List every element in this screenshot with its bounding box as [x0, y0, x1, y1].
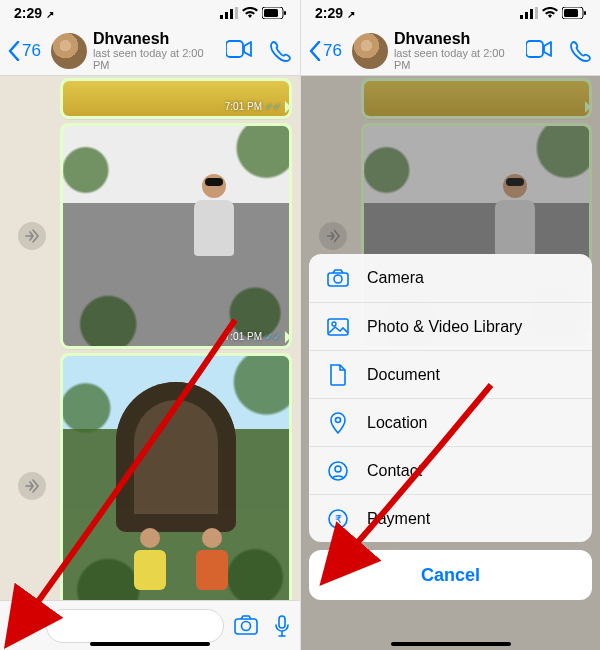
svg-rect-18 — [526, 41, 543, 57]
svg-text:₹: ₹ — [335, 513, 342, 525]
sheet-cancel-button[interactable]: Cancel — [309, 550, 592, 600]
svg-rect-11 — [520, 15, 523, 19]
svg-point-25 — [335, 466, 341, 472]
sheet-item-label: Photo & Video Library — [367, 318, 522, 336]
forward-button[interactable] — [18, 472, 46, 500]
video-call-icon[interactable] — [526, 40, 552, 58]
svg-point-20 — [334, 275, 342, 283]
svg-rect-6 — [284, 11, 286, 15]
chat-title-block[interactable]: Dhvanesh last seen today at 2:00 PM — [394, 30, 520, 72]
status-bar: 2:29 ↗ — [301, 0, 600, 26]
rupee-icon: ₹ — [328, 509, 348, 529]
video-call-icon[interactable] — [226, 40, 252, 58]
chat-header: 76 Dhvanesh last seen today at 2:00 PM — [0, 26, 300, 76]
message-image-3[interactable]: 7:01 PM✓✓ — [60, 353, 292, 600]
chevron-left-icon — [309, 41, 321, 61]
svg-rect-10 — [279, 616, 285, 628]
battery-icon — [562, 7, 586, 19]
cellular-icon — [520, 7, 538, 19]
wifi-icon — [542, 7, 558, 19]
contact-name: Dhvanesh — [394, 30, 520, 48]
status-bar: 2:29 ↗ — [0, 0, 300, 26]
sheet-item-label: Payment — [367, 510, 430, 528]
voice-call-icon[interactable] — [570, 40, 592, 62]
avatar[interactable] — [51, 33, 87, 69]
back-button[interactable]: 76 — [8, 41, 41, 61]
sheet-item-contact[interactable]: Contact — [309, 446, 592, 494]
sheet-item-document[interactable]: Document — [309, 350, 592, 398]
chat-header: 76 Dhvanesh last seen today at 2:00 PM — [301, 26, 600, 76]
status-indicators — [520, 7, 586, 19]
back-badge: 76 — [22, 41, 41, 61]
svg-rect-21 — [328, 319, 348, 335]
svg-rect-12 — [525, 12, 528, 19]
sheet-item-label: Contact — [367, 462, 422, 480]
screenshot-left: 2:29 ↗ 76 Dhvanesh last seen today at 2:… — [0, 0, 300, 650]
forward-button[interactable] — [18, 222, 46, 250]
cancel-label: Cancel — [421, 565, 480, 586]
camera-input-icon[interactable] — [234, 615, 258, 635]
chat-title-block[interactable]: Dhvanesh last seen today at 2:00 PM — [93, 30, 220, 72]
svg-rect-1 — [225, 12, 228, 19]
voice-call-icon[interactable] — [270, 40, 292, 62]
svg-rect-3 — [235, 7, 238, 19]
status-indicators — [220, 7, 286, 19]
sheet-item-camera[interactable]: Camera — [309, 254, 592, 302]
svg-rect-2 — [230, 9, 233, 19]
sheet-item-photo-video[interactable]: Photo & Video Library — [309, 302, 592, 350]
gallery-icon — [327, 318, 349, 336]
svg-rect-17 — [584, 11, 586, 15]
chevron-left-icon — [8, 41, 20, 61]
wifi-icon — [242, 7, 258, 19]
read-ticks-icon: ✓✓ — [265, 331, 281, 342]
contact-name: Dhvanesh — [93, 30, 220, 48]
location-icon — [329, 412, 347, 434]
back-button[interactable]: 76 — [309, 41, 342, 61]
sheet-item-payment[interactable]: ₹ Payment — [309, 494, 592, 542]
svg-point-23 — [336, 417, 341, 422]
message-image-2[interactable]: 7:01 PM✓✓ — [60, 123, 292, 349]
sheet-item-label: Location — [367, 414, 428, 432]
status-time: 2:29 ↗ — [315, 5, 355, 21]
read-ticks-icon: ✓✓ — [265, 101, 281, 112]
message-time: 7:01 PM — [225, 101, 262, 112]
svg-point-22 — [332, 322, 336, 326]
home-indicator[interactable] — [90, 642, 210, 646]
avatar[interactable] — [352, 33, 388, 69]
svg-rect-5 — [264, 9, 278, 17]
screenshot-right: 2:29 ↗ 76 Dhvanesh last seen today at 2:… — [300, 0, 600, 650]
sheet-item-label: Document — [367, 366, 440, 384]
battery-icon — [262, 7, 286, 19]
forward-icon — [25, 479, 39, 493]
svg-rect-14 — [535, 7, 538, 19]
message-input[interactable] — [46, 609, 224, 643]
camera-icon — [327, 269, 349, 287]
chat-body[interactable]: 7:01 PM✓✓ 7:01 PM✓✓ 7:01 PM✓✓ — [0, 76, 300, 600]
sheet-item-label: Camera — [367, 269, 424, 287]
forward-icon — [25, 229, 39, 243]
contact-status: last seen today at 2:00 PM — [394, 47, 520, 71]
status-time: 2:29 ↗ — [14, 5, 54, 21]
message-image-1[interactable]: 7:01 PM✓✓ — [60, 78, 292, 119]
svg-point-9 — [242, 621, 251, 630]
svg-rect-7 — [226, 41, 243, 57]
sheet-item-location[interactable]: Location — [309, 398, 592, 446]
document-icon — [329, 364, 347, 386]
contact-icon — [328, 461, 348, 481]
action-sheet-list: Camera Photo & Video Library Document Lo… — [309, 254, 592, 542]
svg-rect-13 — [530, 9, 533, 19]
svg-rect-0 — [220, 15, 223, 19]
message-time: 7:01 PM — [225, 331, 262, 342]
svg-rect-16 — [564, 9, 578, 17]
attach-button[interactable]: ＋ — [10, 613, 36, 639]
attachment-action-sheet: Camera Photo & Video Library Document Lo… — [309, 254, 592, 600]
home-indicator[interactable] — [391, 642, 511, 646]
cellular-icon — [220, 7, 238, 19]
contact-status: last seen today at 2:00 PM — [93, 47, 220, 71]
back-badge: 76 — [323, 41, 342, 61]
microphone-icon[interactable] — [274, 615, 290, 637]
